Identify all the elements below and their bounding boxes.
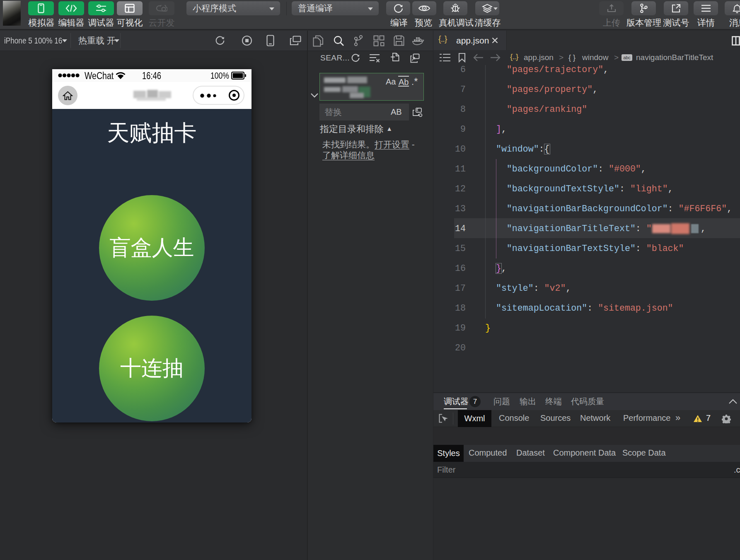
svg-text:abc: abc — [623, 55, 631, 60]
